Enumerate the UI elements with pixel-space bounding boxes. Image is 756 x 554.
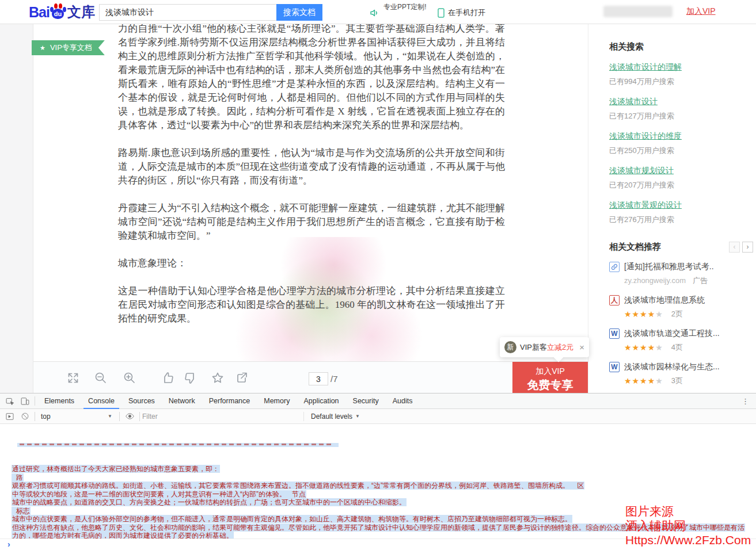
doc-recommendation-item[interactable]: 人浅谈城市地理信息系统★★★★★2页 [609,295,753,319]
ad-domain: zy.zhongweijy.com [624,276,686,285]
zoom-out-icon[interactable] [94,371,108,385]
doc-item-title[interactable]: 浅谈城市地理信息系统 [624,295,705,305]
related-search-title: 相关搜索 [609,41,753,52]
ppt-promo-text[interactable]: 专业PPT定制! [383,2,427,12]
share-icon[interactable] [235,371,249,385]
inspect-element-icon[interactable] [2,393,17,408]
vip-button-line1: 加入VIP [512,366,588,377]
stars-filled: ★★★★ [624,343,655,352]
log-levels-dropdown[interactable]: Default levels ▼ [303,412,360,421]
devtools-tab-security[interactable]: Security [346,393,386,409]
console-filter-input[interactable] [142,412,298,421]
document-paragraph: 丹霞建三人为“不引入结构这个概念，就不可能理解一座建筑，一组建筑群，尤其不能理解… [118,201,505,243]
fullscreen-icon[interactable] [66,371,80,385]
doc-recommendation-item[interactable]: W浅谈城市园林绿化与生态...★★★★★3页 [609,362,753,386]
related-search-count: 已有250万用户搜索 [609,146,753,156]
context-selector[interactable]: top ▼ [37,412,117,421]
discount-text: 立减2元 [547,343,573,351]
log-levels-value: Default levels [311,412,352,421]
console-sidebar-icon[interactable] [2,409,17,424]
doc-item-pages: 4页 [671,342,683,353]
devtools-tab-bar: ElementsConsoleSourcesNetworkPerformance… [0,393,756,409]
console-log-line: 通过研究，林奇概括出了今天大家已经熟知的城市意象五要素，即： [12,465,756,473]
chevron-down-icon: ▼ [108,414,117,419]
pdf-file-icon: 人 [609,295,620,305]
related-search-link[interactable]: 浅谈城市设计 [609,97,753,107]
join-vip-free-button[interactable]: 加入VIP 免费专享 [512,362,588,393]
devtools-tab-console[interactable]: Console [81,393,121,409]
watermark-line: 酒入辅助网 [625,518,751,533]
console-log-line: 中等或较大的地段，这是一种二维的面状空间要素，人对其意识有一种进入“内部”的体验… [12,490,756,499]
star-icon: ★ [40,44,45,52]
search-button[interactable]: 搜索文档 [276,4,322,21]
pager: ‹ › [729,242,753,253]
baidu-wenku-logo[interactable]: Bai du 文库 [29,3,95,21]
doc-item-title[interactable]: 浅谈城市轨道交通工程技... [624,328,720,339]
related-search-item: 浅谈城市设计的理解已有994万用户搜索 [609,62,753,87]
related-search-link[interactable]: 浅谈城市景观的设计 [609,200,753,211]
logo-bai: Bai [29,4,50,21]
left-gutter [0,24,33,393]
devtools-tab-audits[interactable]: Audits [386,393,420,409]
next-page-icon[interactable]: › [742,242,753,253]
doc-item-pages: 2页 [671,309,683,319]
related-search-link[interactable]: 浅谈城市设计的维度 [609,131,753,142]
ad-title[interactable]: [通知]托福和雅思考试考.. [624,262,714,272]
console-toolbar: top ▼ Default levels ▼ [0,409,756,424]
search-input[interactable] [100,5,276,20]
doc-item-meta: ★★★★★3页 [624,376,753,386]
prev-page-icon[interactable]: ‹ [729,242,740,253]
devtools-menu-icon[interactable]: ⋮ [738,397,753,406]
devtools-tab-sources[interactable]: Sources [121,393,162,409]
source-watermark: 图片来源酒入辅助网Https://Www.2Fzb.Com [625,504,751,547]
devtools-tab-elements[interactable]: Elements [37,393,81,409]
document-paragraph: 城市意象理论： [118,257,505,270]
vip-popup-text: VIP新客立减2元 [520,342,573,353]
related-search-item: 浅谈城市设计已有127万用户搜索 [609,97,753,121]
console-log-line: 观察者习惯或可能顺其移动的路线。如街道、小巷、运输线，其它要素常常围绕路来布置边… [12,482,756,490]
baidu-paw-icon: du [50,3,66,21]
phone-icon [438,8,445,18]
thumbs-up-icon[interactable] [161,371,175,385]
speaker-icon[interactable] [370,8,379,20]
page-total: /7 [330,374,338,384]
clipped-console-line [17,443,339,447]
clear-console-icon[interactable] [17,409,32,424]
page: Bai du 文库 搜索文档 专业PPT定制! 在手机打开 加入VIP [0,0,756,554]
doc-item-title[interactable]: 浅谈城市园林绿化与生态... [624,362,720,372]
right-sidebar: 相关搜索 浅谈城市设计的理解已有994万用户搜索浅谈城市设计已有127万用户搜索… [609,24,753,393]
ad-item[interactable]: [通知]托福和雅思考试考.. zy.zhongweijy.com广告 [609,262,753,286]
doc-item-meta: ★★★★★2页 [624,309,753,319]
watermark-line: 图片来源 [625,504,751,518]
open-on-mobile[interactable]: 在手机打开 [438,7,485,18]
devtools-tab-application[interactable]: Application [297,393,345,409]
user-account-blurred[interactable] [603,6,673,17]
watermark-line: Https://Www.2Fzb.Com [625,533,751,547]
zoom-in-icon[interactable] [123,371,136,385]
join-vip-link[interactable]: 加入VIP [686,6,716,17]
thumbs-down-icon[interactable] [183,371,197,385]
related-search-link[interactable]: 浅谈城市设计的理解 [609,62,753,72]
devtools-tab-performance[interactable]: Performance [202,393,257,409]
link-icon [609,262,620,272]
device-toolbar-icon[interactable] [17,393,32,408]
chevron-down-icon: ▼ [355,414,360,419]
close-icon[interactable]: × [579,342,584,352]
devtools-tab-memory[interactable]: Memory [257,393,297,409]
devtools-tab-network[interactable]: Network [162,393,202,409]
logo-wenku: 文库 [67,3,95,21]
stars-empty: ★ [655,310,663,319]
word-file-icon: W [609,328,620,339]
related-search-count: 已有127万用户搜索 [609,111,753,121]
document-page: 力的自推“十次小组”他的核心主张就是“场所理论”。其主要哲学基础源自结构人类学。… [33,24,588,361]
star-rating: ★★★★★ [624,376,663,385]
page-number-input[interactable] [309,372,328,385]
live-expression-eye-icon[interactable] [122,409,137,424]
related-search-link[interactable]: 浅谈城市规划设计 [609,166,753,176]
related-search-item: 浅谈城市景观的设计已有276万用户搜索 [609,200,753,225]
new-badge-icon: 新 [504,341,516,353]
related-search-item: 浅谈城市设计的维度已有250万用户搜索 [609,131,753,156]
favorite-star-icon[interactable] [211,371,225,385]
doc-recommendation-item[interactable]: W浅谈城市轨道交通工程技...★★★★★4页 [609,328,753,353]
document-text: 力的自推“十次小组”他的核心主张就是“场所理论”。其主要哲学基础源自结构人类学。… [118,24,505,339]
